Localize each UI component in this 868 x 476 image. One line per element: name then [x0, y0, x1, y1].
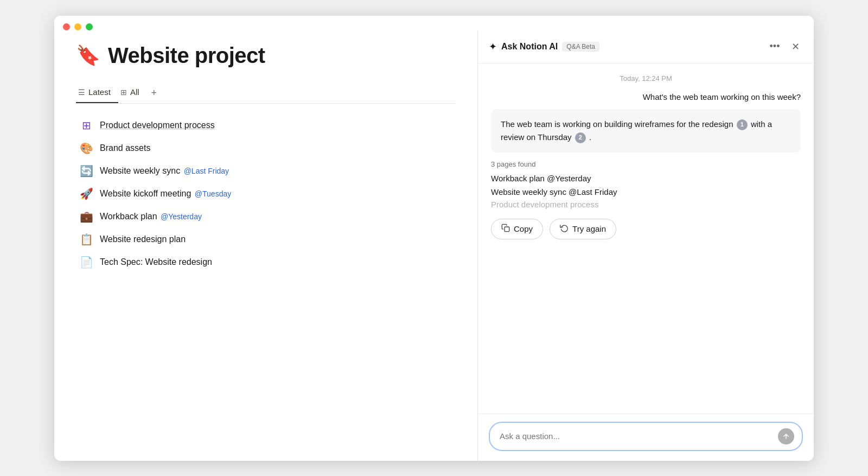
retry-icon — [560, 224, 569, 234]
maximize-traffic-light[interactable] — [86, 23, 93, 30]
tab-latest[interactable]: ☰ Latest — [76, 83, 118, 103]
ai-header-right: ••• ✕ — [767, 39, 803, 54]
app-window: 🔖 Website project ☰ Latest ⊞ All + ⊞ — [54, 16, 814, 461]
tab-all[interactable]: ⊞ All — [118, 83, 147, 103]
list-icon: ☰ — [78, 88, 85, 97]
ai-close-button[interactable]: ✕ — [788, 39, 803, 54]
ai-panel: ✦ Ask Notion AI Q&A Beta ••• ✕ Today, 12… — [477, 30, 814, 461]
ai-header: ✦ Ask Notion AI Q&A Beta ••• ✕ — [478, 30, 814, 64]
list-item[interactable]: 📋 Website redesign plan — [76, 229, 456, 250]
ai-user-message: What's the web team working on this week… — [643, 92, 801, 101]
ai-response-text-4: . — [589, 132, 591, 142]
left-panel: 🔖 Website project ☰ Latest ⊞ All + ⊞ — [54, 30, 477, 461]
page-list: ⊞ Product development process 🎨 Brand as… — [76, 115, 456, 273]
kickoff-label: Website kickoff meeting @Tuesday — [100, 189, 231, 199]
ai-badge: Q&A Beta — [562, 42, 599, 52]
add-tab-button[interactable]: + — [147, 83, 162, 103]
sparkle-icon: ✦ — [489, 41, 497, 53]
list-item[interactable]: 💼 Workback plan @Yesterday — [76, 206, 456, 227]
ai-title: Ask Notion AI — [501, 42, 558, 52]
page-icon: 🔖 — [76, 44, 100, 67]
page-link-product-dev[interactable]: Product development process — [491, 200, 801, 209]
list-item[interactable]: 🚀 Website kickoff meeting @Tuesday — [76, 183, 456, 205]
citation-2[interactable]: 2 — [575, 132, 586, 143]
ai-actions: Copy Try again — [491, 219, 801, 239]
pages-found-section: 3 pages found Workback plan @Yesterday W… — [491, 160, 801, 209]
ai-footer — [478, 414, 814, 461]
grid-icon: ⊞ — [120, 88, 127, 97]
copy-label: Copy — [514, 224, 533, 233]
svg-rect-0 — [505, 227, 509, 232]
tab-latest-label: Latest — [88, 87, 111, 97]
ai-body: Today, 12:24 PM What's the web team work… — [478, 64, 814, 414]
page-link-weekly-sync[interactable]: Website weekly sync @Last Friday — [491, 186, 801, 198]
workback-tag: @Yesterday — [161, 212, 202, 221]
copy-icon — [501, 224, 510, 234]
ai-header-left: ✦ Ask Notion AI Q&A Beta — [489, 41, 599, 53]
copy-button[interactable]: Copy — [491, 219, 543, 239]
page-title: Website project — [108, 43, 265, 68]
ai-timestamp: Today, 12:24 PM — [491, 74, 801, 82]
tech-spec-label: Tech Spec: Website redesign — [100, 257, 212, 267]
citation-1[interactable]: 1 — [737, 119, 748, 130]
page-header: 🔖 Website project — [76, 43, 456, 68]
ai-more-button[interactable]: ••• — [767, 39, 782, 54]
list-item[interactable]: 🎨 Brand assets — [76, 137, 456, 159]
redesign-plan-icon: 📋 — [79, 233, 93, 246]
brand-assets-label: Brand assets — [100, 143, 150, 153]
weekly-sync-label: Website weekly sync @Last Friday — [100, 166, 229, 176]
ai-input-wrapper — [489, 422, 803, 451]
pages-found-label: 3 pages found — [491, 160, 801, 168]
ai-question-input[interactable] — [500, 431, 778, 441]
workback-label: Workback plan @Yesterday — [100, 212, 202, 221]
weekly-sync-icon: 🔄 — [79, 164, 93, 177]
main-content: 🔖 Website project ☰ Latest ⊞ All + ⊞ — [54, 30, 814, 461]
brand-assets-icon: 🎨 — [79, 142, 93, 155]
tab-all-label: All — [130, 87, 139, 97]
list-item[interactable]: 📄 Tech Spec: Website redesign — [76, 251, 456, 273]
try-again-button[interactable]: Try again — [550, 219, 616, 239]
list-item[interactable]: 🔄 Website weekly sync @Last Friday — [76, 160, 456, 182]
redesign-plan-label: Website redesign plan — [100, 234, 186, 244]
titlebar — [54, 16, 814, 30]
product-dev-icon: ⊞ — [79, 119, 93, 132]
product-dev-label: Product development process — [100, 120, 215, 130]
minimize-traffic-light[interactable] — [74, 23, 81, 30]
kickoff-tag: @Tuesday — [195, 189, 231, 198]
kickoff-icon: 🚀 — [79, 187, 93, 200]
tech-spec-icon: 📄 — [79, 256, 93, 269]
close-traffic-light[interactable] — [63, 23, 70, 30]
workback-icon: 💼 — [79, 210, 93, 223]
page-link-workback[interactable]: Workback plan @Yesterday — [491, 173, 801, 184]
ai-response-text-1: The web team is working on building wire… — [501, 119, 733, 129]
ai-send-button[interactable] — [778, 428, 794, 445]
weekly-sync-tag: @Last Friday — [184, 167, 229, 175]
tabs-bar: ☰ Latest ⊞ All + — [76, 83, 456, 104]
ai-response-box: The web team is working on building wire… — [491, 109, 801, 153]
try-again-label: Try again — [572, 224, 606, 233]
list-item[interactable]: ⊞ Product development process — [76, 115, 456, 136]
